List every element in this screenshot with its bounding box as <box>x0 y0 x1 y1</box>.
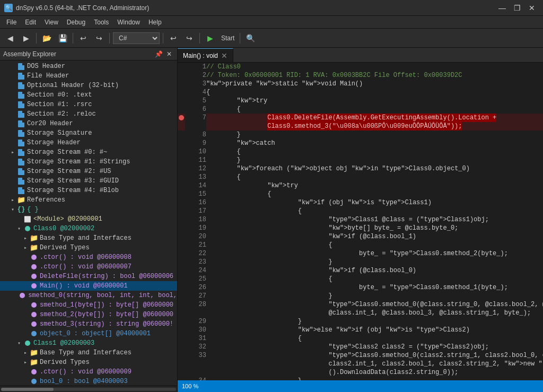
sidebar-item-ctor[interactable]: .ctor() : void @06000008 <box>0 252 177 262</box>
sidebar-item-object_0[interactable]: object_0 : object[] @04000001 <box>0 329 177 338</box>
sidebar-item-storage-stream-4[interactable]: Storage Stream #4: #Blob <box>0 186 177 195</box>
line-number: 29 <box>185 317 206 326</box>
sidebar-close-button[interactable]: ✕ <box>164 49 174 59</box>
minimize-button[interactable]: — <box>495 3 509 13</box>
menu-view[interactable]: View <box>40 16 63 28</box>
line-content: byte_ = "type">Class0.smethod_2(byte_); <box>206 249 543 258</box>
table-row: 27 } <box>178 292 543 300</box>
menu-file[interactable]: File <box>2 16 21 28</box>
redo-button[interactable]: ↪ <box>92 31 106 45</box>
sidebar-item-module[interactable]: ⬜<Module> @02000001 <box>0 214 177 224</box>
sidebar-tree[interactable]: DOS HeaderFile HeaderOptional Header (32… <box>0 60 177 386</box>
page-icon <box>17 81 25 90</box>
expander-icon: ▾ <box>8 206 17 213</box>
sidebar-item-bool_0[interactable]: bool_0 : bool @04000003 <box>0 377 177 386</box>
breakpoint-column <box>178 249 185 258</box>
undo-button[interactable]: ↩ <box>76 31 90 45</box>
sidebar-item-smethod_2[interactable]: smethod_2(byte[]) : byte[] @0600000 <box>0 310 177 319</box>
sidebar-pin-button[interactable]: 📌 <box>154 49 163 59</box>
line-number: 12 <box>185 164 206 173</box>
sidebar-item-storage-header[interactable]: Storage Header <box>0 138 177 147</box>
table-row: 23 } <box>178 258 543 266</box>
menu-window[interactable]: Window <box>113 16 144 28</box>
breakpoint-dot[interactable] <box>179 115 184 120</box>
breakpoint-column <box>178 343 185 351</box>
page-icon <box>17 72 25 80</box>
line-content: { <box>206 241 543 249</box>
tab-close-icon[interactable]: ✕ <box>221 51 227 60</box>
sidebar-item-file-header[interactable]: File Header <box>0 71 177 81</box>
sidebar-item-section-0[interactable]: Section #0: .text <box>0 90 177 100</box>
sidebar-item-dos-header[interactable]: DOS Header <box>0 62 177 71</box>
sidebar-item-cor20-header[interactable]: Cor20 Header <box>0 119 177 128</box>
sidebar-item-storage-stream-0[interactable]: ▸Storage Stream #0: #~ <box>0 147 177 157</box>
sidebar-item-deletefile[interactable]: DeleteFile(string) : bool @06000006 <box>0 272 177 281</box>
sidebar-item-ctor3[interactable]: .ctor() : void @06000009 <box>0 367 177 377</box>
sidebar-item-storage-stream-1[interactable]: Storage Stream #1: #Strings <box>0 157 177 167</box>
braces-icon: {} <box>17 205 25 214</box>
dot-teal-icon <box>23 339 32 347</box>
breakpoint-column <box>178 164 185 173</box>
maximize-button[interactable]: ❐ <box>510 3 524 13</box>
sidebar-item-derived-types[interactable]: ▸📁Derived Types <box>0 243 177 252</box>
dot-purple-icon <box>30 263 38 271</box>
table-row: 21 { <box>178 241 543 249</box>
sidebar-item-base-type-2[interactable]: ▸📁Base Type and Interfaces <box>0 348 177 358</box>
menu-debug[interactable]: Debug <box>63 16 90 28</box>
undo2-button[interactable]: ↩ <box>167 31 180 45</box>
breakpoint-column <box>178 334 185 343</box>
sidebar-item-derived-types-2[interactable]: ▸📁Derived Types <box>0 358 177 367</box>
sidebar-scroll-track <box>1 388 176 391</box>
table-row: 17 { <box>178 207 543 215</box>
line-content: Class0.DeleteFile(Assembly.GetExecutingA… <box>206 114 543 122</box>
menu-tools[interactable]: Tools <box>90 16 113 28</box>
assembly-explorer: Assembly Explorer 📌 ✕ DOS HeaderFile Hea… <box>0 48 178 392</box>
line-number: 23 <box>185 258 206 266</box>
dot-blue-icon <box>30 377 38 386</box>
line-content: byte_ = "type">Class0.smethod_1(byte_); <box>206 283 543 292</box>
close-button[interactable]: ✕ <box>525 3 539 13</box>
sidebar-item-class0[interactable]: ▾Class0 @02000002 <box>0 224 177 233</box>
dot-purple-icon <box>30 301 38 309</box>
sidebar-item-smethod_0[interactable]: smethod_0(string, bool, int, int, bool, <box>0 291 177 300</box>
back-button[interactable]: ◀ <box>3 31 17 45</box>
sidebar-item-storage-stream-3[interactable]: Storage Stream #3: #GUID <box>0 176 177 186</box>
sidebar-item-optional-header[interactable]: Optional Header (32-bit) <box>0 81 177 90</box>
sidebar-item-braces[interactable]: ▾{}{ } <box>0 205 177 214</box>
code-view[interactable]: 1// Class02// Token: 0x06000001 RID: 1 R… <box>178 63 543 380</box>
sidebar-item-storage-stream-2[interactable]: Storage Stream #2: #US <box>0 167 177 176</box>
sidebar-item-smethod_3[interactable]: smethod_3(string) : string @060000! <box>0 319 177 329</box>
line-number: 7 <box>185 114 206 122</box>
sidebar-item-section-2[interactable]: Section #2: .reloc <box>0 109 177 119</box>
line-number: 28 <box>185 300 206 309</box>
redo2-button[interactable]: ↪ <box>182 31 196 45</box>
forward-button[interactable]: ▶ <box>19 31 33 45</box>
table-row: 18 "type">Class1 @class = ("type">Class1… <box>178 215 543 224</box>
breakpoint-column <box>178 122 185 130</box>
save-button[interactable]: 💾 <box>56 31 69 45</box>
sidebar-scrollbar[interactable] <box>0 386 177 392</box>
language-dropdown[interactable]: C# IL IL with C# <box>113 32 160 44</box>
search-button[interactable]: 🔍 <box>243 31 257 45</box>
breakpoint-column <box>178 377 185 380</box>
menu-edit[interactable]: Edit <box>21 16 40 28</box>
sidebar-item-base-type[interactable]: ▸📁Base Type and Interfaces <box>0 233 177 243</box>
table-row: 13 { <box>178 173 543 181</box>
sidebar-item-section-1[interactable]: Section #1: .rsrc <box>0 100 177 109</box>
sidebar-item-storage-sig[interactable]: Storage Signature <box>0 128 177 138</box>
tab-main[interactable]: Main() : void ✕ <box>178 48 233 62</box>
line-content: "kw">private "kw">static "kw">void Main(… <box>206 80 543 88</box>
run-button[interactable]: ▶ <box>203 31 217 45</box>
sidebar-item-class1[interactable]: ▾Class1 @02000003 <box>0 338 177 348</box>
line-number <box>185 309 206 317</box>
open-file-button[interactable]: 📂 <box>40 31 54 45</box>
sidebar-item-ctor2[interactable]: .ctor() : void @06000007 <box>0 262 177 272</box>
separator-4 <box>163 33 163 43</box>
sidebar-item-main[interactable]: Main() : void @06000001 <box>0 281 177 291</box>
sidebar-item-label: Class0 @02000002 <box>33 225 94 232</box>
sidebar-item-references[interactable]: ▸📁References <box>0 195 177 205</box>
line-number: 1 <box>185 63 206 71</box>
menu-help[interactable]: Help <box>144 16 166 28</box>
sidebar-item-smethod_1[interactable]: smethod_1(byte[]) : byte[] @0600000 <box>0 300 177 310</box>
sidebar-item-label: DOS Header <box>27 63 65 70</box>
